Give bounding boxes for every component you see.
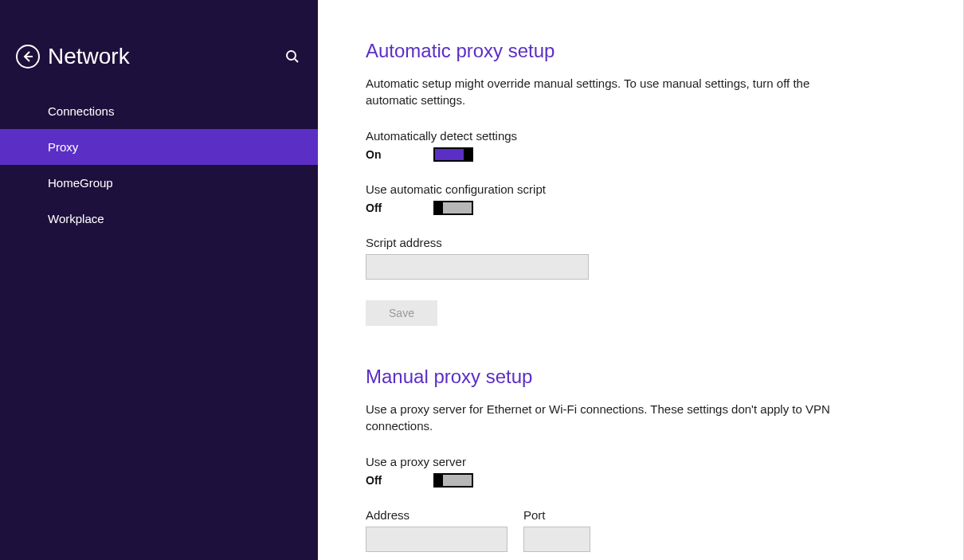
section-desc-manual: Use a proxy server for Ethernet or Wi-Fi… xyxy=(366,401,852,434)
sidebar-item-homegroup[interactable]: HomeGroup xyxy=(0,165,318,201)
search-icon xyxy=(285,49,300,64)
toggle-knob xyxy=(433,201,443,215)
address-input[interactable] xyxy=(366,527,507,552)
sidebar-item-workplace[interactable]: Workplace xyxy=(0,201,318,237)
section-title-automatic: Automatic proxy setup xyxy=(366,40,915,62)
toggle-knob xyxy=(464,147,473,162)
section-desc-automatic: Automatic setup might override manual se… xyxy=(366,75,852,108)
sidebar-item-proxy[interactable]: Proxy xyxy=(0,129,318,165)
save-row: Save xyxy=(366,300,915,326)
label-auto-detect: Automatically detect settings xyxy=(366,129,915,143)
back-button[interactable] xyxy=(16,45,40,69)
toggle-state-auto-script: Off xyxy=(366,202,433,214)
toggle-knob xyxy=(433,473,443,488)
search-button[interactable] xyxy=(283,47,302,66)
toggle-row-auto-detect: On xyxy=(366,147,915,162)
sidebar: Network Connections Proxy HomeGroup Work… xyxy=(0,0,318,560)
address-port-row: Address Port xyxy=(366,508,915,552)
label-script-address: Script address xyxy=(366,236,915,249)
field-script-address: Script address xyxy=(366,236,915,280)
toggle-state-auto-detect: On xyxy=(366,148,433,161)
field-port: Port xyxy=(523,508,590,552)
port-input[interactable] xyxy=(523,527,590,552)
section-title-manual: Manual proxy setup xyxy=(366,366,915,388)
toggle-auto-script[interactable] xyxy=(433,201,473,215)
svg-line-2 xyxy=(295,59,298,62)
toggle-auto-detect[interactable] xyxy=(433,147,473,162)
toggle-row-auto-script: Off xyxy=(366,201,915,215)
field-auto-script: Use automatic configuration script Off xyxy=(366,182,915,215)
toggle-row-use-proxy: Off xyxy=(366,473,915,488)
page-title: Network xyxy=(48,44,283,69)
field-use-proxy: Use a proxy server Off xyxy=(366,455,915,488)
field-address: Address xyxy=(366,508,507,552)
arrow-left-icon xyxy=(22,50,34,63)
save-button[interactable]: Save xyxy=(366,300,437,326)
field-auto-detect: Automatically detect settings On xyxy=(366,129,915,162)
sidebar-item-connections[interactable]: Connections xyxy=(0,93,318,129)
toggle-use-proxy[interactable] xyxy=(433,473,473,488)
toggle-state-use-proxy: Off xyxy=(366,474,433,487)
label-address: Address xyxy=(366,508,507,522)
sidebar-header: Network xyxy=(0,44,318,93)
label-use-proxy: Use a proxy server xyxy=(366,455,915,468)
label-auto-script: Use automatic configuration script xyxy=(366,182,915,196)
script-address-input[interactable] xyxy=(366,254,589,280)
content-area: Automatic proxy setup Automatic setup mi… xyxy=(318,0,964,560)
label-port: Port xyxy=(523,508,590,522)
svg-point-1 xyxy=(287,51,296,60)
